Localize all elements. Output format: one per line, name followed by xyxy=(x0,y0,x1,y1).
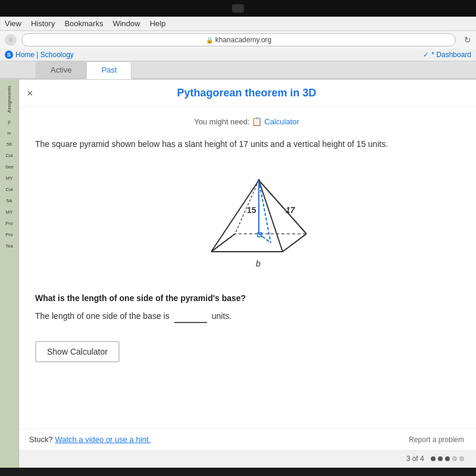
sidebar-item-my2[interactable]: MY xyxy=(6,209,13,215)
ka-modal: × Pythagorean theorem in 3D You might ne… xyxy=(17,80,476,468)
dashboard-link[interactable]: ✓ * Dashboard xyxy=(423,51,471,59)
pagination-dot-5[interactable] xyxy=(459,456,464,461)
dashboard-label: * Dashboard xyxy=(431,51,471,59)
close-button[interactable]: × xyxy=(27,87,33,99)
you-might-need-text: You might need: xyxy=(194,117,249,126)
base-left xyxy=(211,234,235,252)
sidebar-item-2[interactable]: iv xyxy=(8,130,11,136)
show-calculator-button[interactable]: Show Calculator xyxy=(35,341,120,362)
slant-label: 17 xyxy=(286,205,296,215)
schoology-icon: S xyxy=(5,51,13,59)
question-text: What is the length of one side of the py… xyxy=(35,293,458,303)
url-text: khanacademy.org xyxy=(215,36,272,44)
schoology-label: Home | Schoology xyxy=(15,51,74,59)
lock-icon: 🔒 xyxy=(206,37,213,43)
height-label: 15 xyxy=(247,205,256,215)
nav-back-button[interactable] xyxy=(5,34,17,46)
menu-bar: View History Bookmarks Window Help xyxy=(0,17,476,31)
question-section: What is the length of one side of the py… xyxy=(35,293,458,323)
menu-view[interactable]: View xyxy=(5,19,21,28)
menu-history[interactable]: History xyxy=(31,19,55,28)
problem-text: The square pyramid shown below has a sla… xyxy=(35,138,458,151)
calculator-icon: 📋 xyxy=(252,117,262,126)
calculator-label: Calculator xyxy=(264,117,299,126)
camera-indicator xyxy=(232,4,244,12)
reload-button[interactable]: ↻ xyxy=(464,35,471,45)
sidebar-item-my1[interactable]: MY xyxy=(6,176,13,181)
verified-icon: ✓ xyxy=(423,51,429,59)
pagination-text: 3 of 4 xyxy=(406,455,424,463)
sidebar-item-pro2[interactable]: Pro xyxy=(5,232,12,237)
sidebar-item-3[interactable]: 56 xyxy=(7,142,12,147)
you-might-need: You might need: 📋 Calculator xyxy=(35,117,458,126)
pagination-dot-2[interactable] xyxy=(438,456,443,461)
sidebar-item-col2[interactable]: Col xyxy=(5,187,12,192)
stuck-section: Stuck? Watch a video or use a hint. xyxy=(29,435,151,444)
sidebar-item-tea[interactable]: Tea xyxy=(5,243,13,249)
sidebar-item-col1[interactable]: Col xyxy=(5,153,12,158)
sidebar-item-see[interactable]: See xyxy=(5,164,13,170)
edge-left xyxy=(211,180,259,252)
main-content: Assignments p iv 56 Col See MY Col 5A MY… xyxy=(0,80,476,468)
svg-point-0 xyxy=(8,37,13,42)
modal-title: Pythagorean theorem in 3D xyxy=(29,87,464,99)
address-bar-row: 🔒 khanacademy.org ↻ xyxy=(0,31,476,49)
stuck-prefix: Stuck? xyxy=(29,435,53,444)
pyramid-container: 17 15 b xyxy=(35,162,458,281)
tab-active[interactable]: Active xyxy=(36,61,86,78)
sidebar-item-pro1[interactable]: Pro xyxy=(5,221,12,226)
pagination-dot-3[interactable] xyxy=(445,456,450,461)
pagination-dot-4[interactable] xyxy=(452,456,457,461)
answer-prefix: The length of one side of the base is xyxy=(35,311,170,321)
modal-header: × Pythagorean theorem in 3D xyxy=(17,80,476,107)
browser-chrome: View History Bookmarks Window Help 🔒 kha… xyxy=(0,17,476,80)
menu-bookmarks[interactable]: Bookmarks xyxy=(64,19,103,28)
sidebar-item-1[interactable]: p xyxy=(8,119,10,124)
base-label: b xyxy=(256,259,261,268)
tab-bar: Active Past xyxy=(0,61,476,79)
schoology-link[interactable]: S Home | Schoology xyxy=(5,51,74,59)
pagination-dot-1[interactable] xyxy=(431,456,436,461)
calculator-link[interactable]: 📋 Calculator xyxy=(252,117,299,126)
report-problem-link[interactable]: Report a problem xyxy=(409,436,464,444)
tab-past[interactable]: Past xyxy=(86,61,131,79)
edge-back-right xyxy=(259,180,306,234)
edge-right xyxy=(259,180,283,252)
pyramid-diagram: 17 15 b xyxy=(164,162,330,281)
modal-body: You might need: 📋 Calculator The square … xyxy=(17,107,476,428)
answer-suffix: units. xyxy=(212,311,231,321)
pagination: 3 of 4 xyxy=(17,450,476,468)
hint-link[interactable]: Watch a video or use a hint. xyxy=(55,435,151,444)
address-bar[interactable]: 🔒 khanacademy.org xyxy=(21,33,456,46)
bookmarks-bar: S Home | Schoology ✓ * Dashboard xyxy=(0,49,476,61)
base-right xyxy=(283,234,306,252)
left-panel: Assignments p iv 56 Col See MY Col 5A MY… xyxy=(0,80,19,468)
base-half-line xyxy=(259,234,271,243)
menu-help[interactable]: Help xyxy=(150,19,166,28)
answer-row: The length of one side of the base is un… xyxy=(35,309,458,323)
answer-input[interactable] xyxy=(174,309,207,323)
menu-window[interactable]: Window xyxy=(112,19,140,28)
modal-footer: Stuck? Watch a video or use a hint. Repo… xyxy=(17,428,476,450)
sidebar-item-5a[interactable]: 5A xyxy=(7,198,12,203)
top-bar xyxy=(0,0,476,17)
sidebar-assignments[interactable]: Assignments xyxy=(7,86,12,113)
